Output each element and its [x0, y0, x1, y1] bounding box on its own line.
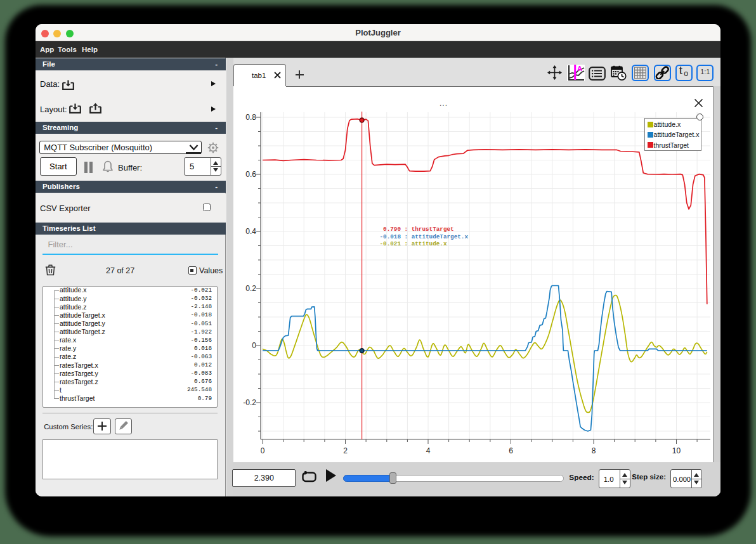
svg-text:A: A	[577, 65, 582, 72]
